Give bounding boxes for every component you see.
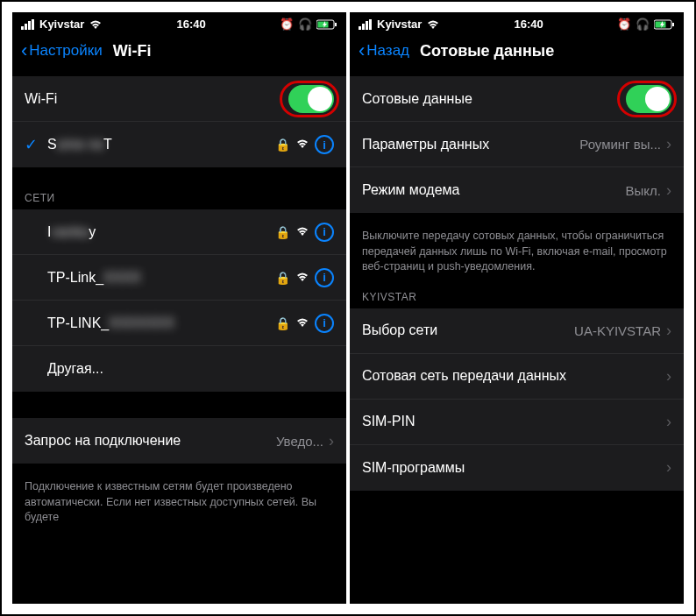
svg-rect-6 [335,23,337,26]
wifi-status-icon [426,19,440,30]
carrier-label: Kyivstar [39,18,84,31]
sim-apps-row[interactable]: SIM-программы › [350,445,684,491]
info-icon[interactable]: i [315,314,334,333]
footer-text: Подключение к известным сетям будет прои… [12,472,346,526]
cellular-toggle[interactable] [626,85,671,113]
other-network-row[interactable]: Другая... [12,346,346,392]
page-title: Wi-Fi [113,42,152,60]
signal-icon [21,19,35,30]
chevron-right-icon: › [666,135,671,153]
wifi-icon [295,225,309,239]
carrier-label: Kyivstar [377,18,422,31]
alarm-icon: ⏰ [617,18,631,31]
headphones-icon: 🎧 [636,18,650,31]
svg-rect-2 [28,21,31,30]
info-icon[interactable]: i [315,135,334,154]
svg-rect-8 [362,24,365,30]
svg-rect-1 [25,24,27,30]
cellular-settings-screen: Kyivstar 16:40 ⏰ 🎧 ‹ Назад Сотовые данны… [350,12,684,604]
hotspot-row[interactable]: Режим модема Выкл. › [350,167,684,213]
wifi-settings-screen: Kyivstar 16:40 ⏰ 🎧 ‹ Настройки Wi-Fi [12,12,346,604]
lock-icon: 🔒 [275,316,290,330]
wifi-icon [295,316,309,330]
network-row[interactable]: TP-LINK_XXXXXXX 🔒 i [12,301,346,346]
lock-icon: 🔒 [275,225,290,239]
lock-icon: 🔒 [275,271,290,285]
svg-rect-13 [672,23,674,26]
chevron-right-icon: › [666,367,671,386]
cellular-data-network-row[interactable]: Сотовая сеть передачи данных › [350,354,684,400]
cellular-toggle-row[interactable]: Сотовые данные [350,76,684,122]
svg-rect-9 [366,21,368,30]
headphones-icon: 🎧 [298,18,312,31]
back-button[interactable]: ‹ Назад [359,39,409,62]
battery-icon [654,19,675,30]
wifi-icon [295,271,309,285]
info-icon[interactable]: i [315,268,334,287]
back-button[interactable]: ‹ Настройки [21,39,103,62]
signal-icon [359,19,373,30]
lock-icon: 🔒 [275,138,290,152]
wifi-toggle[interactable] [288,85,334,113]
chevron-left-icon: ‹ [359,39,365,62]
wifi-toggle-row[interactable]: Wi-Fi [12,76,346,122]
back-label: Назад [366,42,409,60]
chevron-left-icon: ‹ [21,39,27,62]
sim-pin-row[interactable]: SIM-PIN › [350,400,684,445]
svg-rect-12 [656,21,666,27]
status-bar: Kyivstar 16:40 ⏰ 🎧 [350,12,684,32]
back-label: Настройки [29,42,102,60]
chevron-right-icon: › [666,181,671,200]
info-icon[interactable]: i [315,223,334,242]
network-row[interactable]: Ivankay 🔒 i [12,209,346,255]
cellular-toggle-label: Сотовые данные [362,91,626,107]
checkmark-icon: ✓ [25,135,40,154]
wifi-icon [295,138,309,152]
status-bar: Kyivstar 16:40 ⏰ 🎧 [12,12,346,32]
svg-rect-3 [32,19,34,30]
chevron-right-icon: › [666,458,671,477]
chevron-right-icon: › [666,322,671,340]
carrier-section-header: KYIVSTAR [350,275,684,308]
svg-rect-7 [359,26,361,30]
svg-rect-5 [318,21,329,27]
page-title: Сотовые данные [420,42,554,60]
ask-to-join-row[interactable]: Запрос на подключение Уведо... › [12,418,346,464]
network-row[interactable]: TP-Link_XXXX 🔒 i [12,255,346,301]
alarm-icon: ⏰ [280,18,294,31]
connected-network-row[interactable]: ✓ Some neT 🔒 i [12,122,346,167]
wifi-status-icon [89,19,103,30]
data-options-row[interactable]: Параметры данных Роуминг вы... › [350,122,684,167]
nav-bar: ‹ Назад Сотовые данные [350,32,684,76]
nav-bar: ‹ Настройки Wi-Fi [12,32,346,76]
svg-rect-10 [369,19,372,30]
chevron-right-icon: › [329,432,334,450]
battery-icon [316,19,337,30]
network-selection-row[interactable]: Выбор сети UA-KYIVSTAR › [350,308,684,354]
chevron-right-icon: › [666,413,671,431]
footer-text: Выключите передачу сотовых данных, чтобы… [350,222,684,275]
clock: 16:40 [103,18,280,31]
svg-rect-0 [21,26,24,30]
clock: 16:40 [440,18,617,31]
networks-header: СЕТИ [12,176,346,209]
wifi-toggle-label: Wi-Fi [25,91,288,107]
